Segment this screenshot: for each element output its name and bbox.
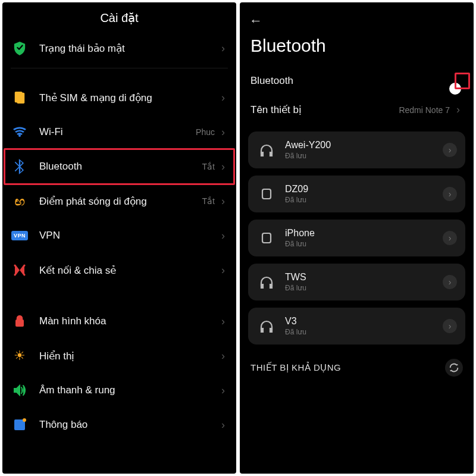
row-label: Bluetooth bbox=[39, 161, 202, 173]
svg-rect-3 bbox=[262, 189, 271, 199]
chevron-right-icon: › bbox=[218, 126, 228, 139]
bluetooth-screen: ← Bluetooth Bluetooth Tên thiết bị Redmi… bbox=[240, 2, 474, 474]
row-sim[interactable]: Thẻ SIM & mạng di động › bbox=[2, 80, 236, 115]
row-label: Trạng thái bảo mật bbox=[39, 42, 218, 55]
chevron-right-icon: › bbox=[453, 104, 463, 116]
row-security[interactable]: Trạng thái bảo mật › bbox=[2, 31, 236, 65]
device-info-button[interactable]: › bbox=[443, 319, 457, 333]
device-name: DZ09 bbox=[285, 184, 443, 195]
row-bluetooth[interactable]: Bluetooth Tắt › bbox=[2, 149, 236, 184]
row-label: Thẻ SIM & mạng di động bbox=[39, 92, 218, 104]
chevron-right-icon: › bbox=[218, 42, 228, 55]
row-label: Hiển thị bbox=[39, 350, 218, 362]
page-title: Bluetooth bbox=[240, 31, 474, 67]
headphones-icon bbox=[256, 140, 277, 160]
row-value: Tắt bbox=[202, 162, 215, 171]
row-vpn[interactable]: VPN VPN › bbox=[2, 218, 236, 253]
device-name-label: Tên thiết bị bbox=[250, 104, 399, 116]
chevron-right-icon: › bbox=[218, 264, 228, 277]
row-lockscreen[interactable]: Màn hình khóa › bbox=[2, 304, 236, 339]
device-info-button[interactable]: › bbox=[443, 187, 457, 201]
back-row: ← bbox=[240, 2, 474, 31]
row-label: Wi-Fi bbox=[39, 126, 196, 138]
row-label: Màn hình khóa bbox=[39, 315, 218, 327]
row-display[interactable]: ☀ Hiển thị › bbox=[2, 339, 236, 373]
available-label: THIẾT BỊ KHẢ DỤNG bbox=[250, 362, 445, 373]
connection-share-icon bbox=[11, 261, 29, 279]
divider bbox=[11, 68, 228, 68]
device-sub: Đã lưu bbox=[285, 196, 443, 204]
device-card[interactable]: TWS Đã lưu › bbox=[248, 264, 465, 300]
row-label: Kết nối & chia sẻ bbox=[39, 264, 218, 277]
device-sub: Đã lưu bbox=[285, 152, 443, 160]
speaker-icon bbox=[11, 381, 29, 399]
chevron-right-icon: › bbox=[218, 195, 228, 208]
svg-rect-4 bbox=[262, 233, 271, 243]
shield-check-icon bbox=[11, 39, 29, 57]
row-label: Điểm phát sóng di động bbox=[39, 195, 202, 208]
device-sub: Đã lưu bbox=[285, 284, 443, 292]
sim-icon bbox=[11, 89, 29, 107]
headphones-icon bbox=[256, 316, 277, 336]
row-label: Âm thanh & rung bbox=[39, 384, 218, 396]
bluetooth-icon bbox=[11, 158, 29, 176]
watch-icon bbox=[256, 228, 277, 248]
back-arrow-icon[interactable]: ← bbox=[249, 13, 262, 29]
row-value: Phuc bbox=[196, 127, 215, 137]
row-device-name[interactable]: Tên thiết bị Redmi Note 7 › bbox=[240, 95, 474, 124]
svg-rect-1 bbox=[17, 93, 24, 104]
chevron-right-icon: › bbox=[218, 230, 228, 242]
device-info-button[interactable]: › bbox=[443, 275, 457, 289]
settings-screen: Cài đặt Trạng thái bảo mật › Thẻ SIM & m… bbox=[2, 2, 236, 474]
toggle-label: Bluetooth bbox=[250, 75, 463, 87]
chevron-right-icon: › bbox=[218, 315, 228, 328]
device-sub: Đã lưu bbox=[285, 328, 443, 336]
device-card[interactable]: iPhone Đã lưu › bbox=[248, 220, 465, 256]
hotspot-icon: ඟ bbox=[11, 192, 29, 210]
row-bluetooth-toggle: Bluetooth bbox=[240, 67, 474, 95]
available-devices-header: THIẾT BỊ KHẢ DỤNG bbox=[240, 348, 474, 379]
row-share[interactable]: Kết nối & chia sẻ › bbox=[2, 253, 236, 287]
row-sound[interactable]: Âm thanh & rung › bbox=[2, 373, 236, 408]
device-name: iPhone bbox=[285, 228, 443, 239]
page-title: Cài đặt bbox=[2, 2, 236, 31]
device-name-value: Redmi Note 7 bbox=[399, 105, 450, 115]
row-label: Thông báo bbox=[39, 419, 218, 431]
watch-icon bbox=[256, 184, 277, 204]
device-card[interactable]: V3 Đã lưu › bbox=[248, 308, 465, 345]
vpn-icon: VPN bbox=[11, 227, 29, 245]
device-card[interactable]: Awei-Y200 Đã lưu › bbox=[248, 131, 465, 168]
row-label: VPN bbox=[39, 230, 218, 242]
headphones-icon bbox=[256, 272, 277, 292]
notification-icon bbox=[11, 416, 29, 434]
device-info-button[interactable]: › bbox=[443, 143, 457, 157]
chevron-right-icon: › bbox=[218, 92, 228, 104]
refresh-button[interactable] bbox=[445, 359, 463, 377]
device-name: V3 bbox=[285, 316, 443, 327]
lock-icon bbox=[11, 312, 29, 330]
device-name: TWS bbox=[285, 272, 443, 283]
chevron-right-icon: › bbox=[218, 350, 228, 362]
device-name: Awei-Y200 bbox=[285, 140, 443, 151]
device-info-button[interactable]: › bbox=[443, 231, 457, 245]
row-hotspot[interactable]: ඟ Điểm phát sóng di động Tắt › bbox=[2, 184, 236, 218]
chevron-right-icon: › bbox=[218, 161, 228, 173]
wifi-icon bbox=[11, 123, 29, 141]
sun-icon: ☀ bbox=[11, 347, 29, 365]
row-wifi[interactable]: Wi-Fi Phuc › bbox=[2, 115, 236, 149]
device-sub: Đã lưu bbox=[285, 240, 443, 248]
svg-rect-2 bbox=[15, 320, 24, 327]
row-value: Tắt bbox=[202, 196, 215, 206]
device-card[interactable]: DZ09 Đã lưu › bbox=[248, 176, 465, 212]
chevron-right-icon: › bbox=[218, 384, 228, 397]
chevron-right-icon: › bbox=[218, 419, 228, 431]
row-notifications[interactable]: Thông báo › bbox=[2, 408, 236, 442]
